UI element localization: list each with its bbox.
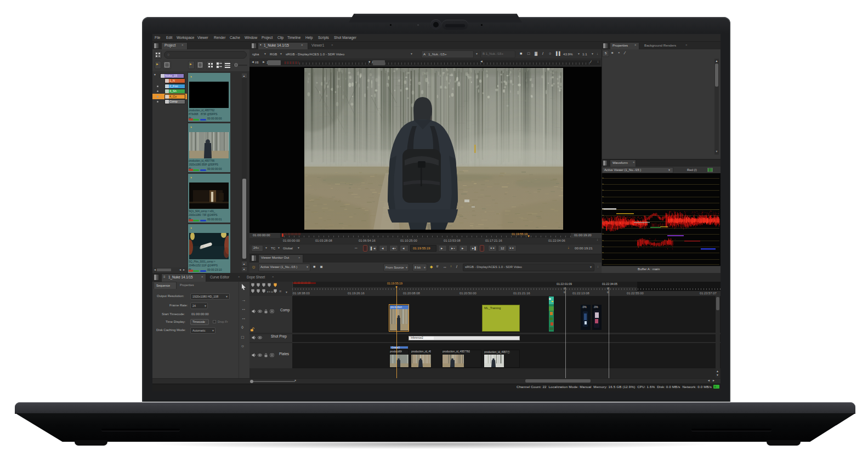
svg-text:.0%: .0% [593,305,598,309]
svg-text:.0%: .0% [582,305,587,309]
